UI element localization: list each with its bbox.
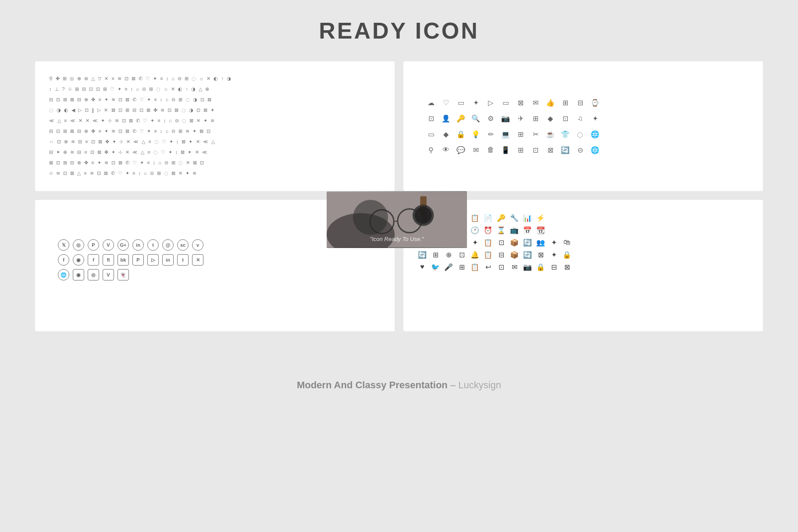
spotify-icon: ◉ [73, 254, 84, 266]
alarm-solid-icon: ⏰ [483, 225, 493, 235]
pin-icon: ⚲ [426, 145, 436, 155]
twitter-icon: 𝕏 [58, 239, 69, 251]
folder-icon: ▭ [501, 98, 510, 107]
window-icon: ⊞ [516, 129, 525, 139]
globe-icon: 🌐 [590, 129, 600, 139]
right-outline-panel: ☁ ♡ ▭ ✦ ▷ ▭ ⊠ ✉ 👍 ⊞ ⊟ ⌚ ⊡ 👤 🔑 🔍 ⚙ 📷 ✈ [403, 61, 763, 191]
trash-icon: ⊡ [426, 113, 436, 123]
vine-icon: V [103, 269, 114, 280]
envelope-icon: ✉ [471, 145, 481, 155]
app-icon: ⊞ [531, 113, 540, 123]
left-icon-panel: ⚲ ✤ ⊞ ◎ ⊕ ⊛ △ ▽ ✕ ≡ ≋ ⊡ ⊠ ✆ ♡ ✦ ≡ ↕ ⌂ ⊝ … [35, 61, 395, 191]
floating-photo: "Icon Ready To Use." [327, 191, 471, 248]
table-icon: ⊡ [531, 145, 540, 155]
cloud-icon: ☁ [426, 98, 436, 107]
reload-solid-icon: 🔄 [523, 238, 532, 247]
note-solid-icon: 📋 [483, 238, 493, 247]
outline-icon-row-4: ⚲ 👁 💬 ✉ 🗑 📱 ⊞ ⊡ ⊠ 🔄 ⊝ 🌐 [426, 145, 740, 155]
grid3-solid-icon: ⊡ [496, 238, 506, 247]
rotate-solid-icon: 🔄 [523, 250, 532, 259]
gplus-icon: G+ [118, 239, 129, 251]
chat-icon: 💬 [456, 145, 466, 155]
hourglass-solid-icon: ⌛ [496, 225, 506, 235]
timer-solid-icon: 🕐 [470, 225, 480, 235]
arrow-solid-icon: ✦ [549, 238, 559, 247]
list-icon: ⊡ [560, 113, 570, 123]
pinterest-icon: P [88, 239, 99, 251]
vimeo-icon: v [192, 239, 203, 251]
lightning-solid-icon: ⚡ [536, 213, 545, 223]
gem-icon: ◆ [441, 129, 451, 139]
clipboard-solid-icon: 📋 [470, 213, 480, 223]
cal2-solid-icon: 📆 [536, 225, 545, 235]
x-icon: ✕ [192, 254, 203, 266]
mail-icon: ✉ [531, 98, 540, 107]
email-icon: @ [162, 239, 174, 251]
facebook-square-icon: f [88, 254, 99, 266]
grid2-icon: ⊠ [545, 145, 555, 155]
gear-icon: ⚙ [486, 113, 495, 123]
lock2-solid-icon: 🔒 [562, 250, 572, 259]
check-solid-icon: ✦ [549, 250, 559, 259]
minus-solid-icon: ⊟ [496, 250, 506, 259]
box-icon: ⊞ [516, 145, 525, 155]
square-solid-icon: ⊠ [536, 250, 545, 259]
tv-solid-icon: 📺 [509, 225, 519, 235]
youtube-icon: ▷ [147, 254, 159, 266]
outline-icon-row-3: ▭ ◆ 🔒 💡 ✏ 💻 ⊞ ✂ ☕ 👕 ◌ 🌐 [426, 129, 740, 139]
left-icon-grid: ⚲ ✤ ⊞ ◎ ⊕ ⊛ △ ▽ ✕ ≡ ≋ ⊡ ⊠ ✆ ♡ ✦ ≡ ↕ ⌂ ⊝ … [49, 74, 381, 178]
globe2-icon: 🌐 [58, 269, 69, 280]
music-icon: ♫ [575, 113, 585, 123]
refresh-icon: 🔄 [560, 145, 570, 155]
wrench-solid-icon: 🔧 [509, 213, 519, 223]
monitor-icon: ▭ [456, 98, 466, 107]
box3-solid-icon: 📦 [509, 250, 519, 259]
facebook-circle-icon: f [58, 254, 69, 266]
cal-solid-icon: 📅 [523, 225, 532, 235]
image-icon: ⊟ [575, 98, 585, 107]
watch-icon: ⌚ [590, 98, 600, 107]
square2-solid-icon: ⊠ [562, 262, 572, 272]
outline-icon-row-1: ☁ ♡ ▭ ✦ ▷ ▭ ⊠ ✉ 👍 ⊞ ⊟ ⌚ [426, 98, 740, 107]
instagram-icon: ◎ [73, 239, 84, 251]
eye-icon: 👁 [441, 145, 451, 155]
mic-solid-icon: 🎤 [444, 262, 453, 272]
search-icon: 🔍 [471, 113, 481, 123]
brush-icon: ✦ [590, 113, 600, 123]
browser-icon: ⊞ [560, 98, 570, 107]
behance-icon: bk [118, 254, 129, 266]
pencil-icon: ✏ [486, 129, 495, 139]
play-icon: ▷ [486, 98, 495, 107]
star-icon: ✦ [471, 98, 481, 107]
package-solid-icon: 📦 [509, 238, 519, 247]
star2-solid-icon: ✦ [470, 238, 480, 247]
heart-icon: ♡ [441, 98, 451, 107]
photo-caption: "Icon Ready To Use." [370, 236, 424, 242]
twitter-solid-icon: 🐦 [431, 262, 440, 272]
lock3-solid-icon: 🔒 [536, 262, 545, 272]
grid-icon: ⊠ [516, 98, 525, 107]
camera-icon: 📷 [501, 113, 510, 123]
page-solid-icon: 📄 [483, 213, 493, 223]
box4-solid-icon: ⊡ [496, 262, 506, 272]
footer-light: Luckysign [458, 379, 501, 390]
scissors-icon: ✂ [531, 129, 540, 139]
soundcloud-icon: sc [177, 239, 189, 251]
mail2-solid-icon: ✉ [509, 262, 519, 272]
list2-solid-icon: ⊡ [457, 250, 467, 259]
chart-solid-icon: 📊 [523, 213, 532, 223]
snapchat-icon: 👻 [118, 269, 129, 280]
footer-separator: – [448, 379, 458, 390]
vk-icon: V [103, 239, 114, 251]
pinterest-square-icon: P [132, 254, 144, 266]
page-title: READY ICON [319, 18, 479, 44]
instagram2-icon: ◎ [88, 269, 99, 280]
flickr-icon: fl [103, 254, 114, 266]
sync-solid-icon: 🔄 [417, 250, 427, 259]
phone-icon: 📱 [501, 145, 510, 155]
shirt-icon: 👕 [560, 129, 570, 139]
svg-point-4 [415, 207, 432, 224]
tumblr-icon: t [147, 239, 159, 251]
bell-solid-icon: 🔔 [470, 250, 480, 259]
doc2-solid-icon: 📋 [470, 262, 480, 272]
